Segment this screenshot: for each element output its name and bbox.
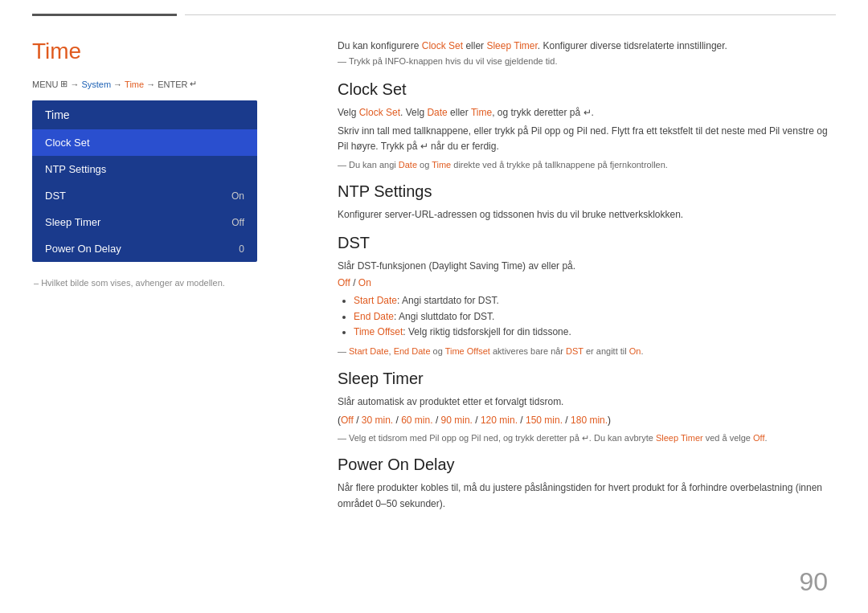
- bc-time[interactable]: Time: [125, 80, 144, 89]
- breadcrumb: MENU ⊞ → System → Time → ENTER ↵: [32, 79, 289, 89]
- section-title-power-on-delay: Power On Delay: [338, 456, 836, 474]
- bc-menu: MENU: [32, 80, 58, 89]
- left-note: – Hvilket bilde som vises, avhenger av m…: [32, 278, 289, 288]
- section-title-sleep-timer: Sleep Timer: [338, 370, 836, 388]
- dst-bullet-time-offset: Time Offset: Velg riktig tidsforskjell f…: [354, 325, 836, 340]
- nav-item-ntp-label: NTP Settings: [45, 163, 106, 175]
- section-title-clock-set: Clock Set: [338, 80, 836, 99]
- dst-bullet-end-date: End Date: Angi sluttdato for DST.: [354, 309, 836, 325]
- bc-arrow2: →: [113, 80, 122, 89]
- nav-item-sleep-value: Off: [231, 217, 244, 228]
- page-number: 90: [799, 567, 828, 597]
- page-title: Time: [32, 39, 289, 64]
- bc-system[interactable]: System: [81, 80, 111, 89]
- dst-bullets: Start Date: Angi startdato for DST. End …: [338, 293, 836, 340]
- nav-item-sleep-timer[interactable]: Sleep Timer Off: [32, 209, 257, 235]
- section-body-power-on-delay: Når flere produkter kobles til, må du ju…: [338, 480, 836, 511]
- top-line-left: [32, 14, 177, 16]
- left-panel: Time MENU ⊞ → System → Time → ENTER ↵ Ti…: [32, 39, 289, 587]
- sleep-timer-options: (Off / 30 min. / 60 min. / 90 min. / 120…: [338, 413, 836, 428]
- nav-item-clock-set[interactable]: Clock Set: [32, 129, 257, 156]
- nav-item-power-on-delay[interactable]: Power On Delay 0: [32, 235, 257, 262]
- nav-item-dst-label: DST: [45, 190, 66, 202]
- nav-item-pod-value: 0: [239, 243, 244, 255]
- intro-sleep-timer-link: Sleep Timer: [486, 40, 537, 51]
- section-body-ntp: Konfigurer server-URL-adressen og tidsso…: [338, 207, 836, 223]
- note-dst: Start Date, End Date og Time Offset akti…: [338, 345, 836, 358]
- nav-item-dst-value: On: [231, 190, 244, 202]
- section-title-ntp: NTP Settings: [338, 182, 836, 201]
- nav-item-ntp-settings[interactable]: NTP Settings: [32, 156, 257, 182]
- nav-item-dst[interactable]: DST On: [32, 182, 257, 209]
- intro-text: Du kan konfigurere Clock Set eller Sleep…: [338, 39, 836, 53]
- bc-arrow1: →: [70, 80, 79, 89]
- top-line-right: [185, 14, 836, 15]
- nav-item-sleep-label: Sleep Timer: [45, 216, 100, 228]
- intro-note: Trykk på INFO-knappen hvis du vil vise g…: [338, 56, 836, 66]
- nav-menu: Time Clock Set NTP Settings DST On Sleep…: [32, 100, 257, 262]
- nav-item-pod-label: Power On Delay: [45, 243, 121, 255]
- nav-header: Time: [32, 100, 257, 129]
- intro-clock-set-link: Clock Set: [422, 40, 463, 51]
- nav-item-clock-set-label: Clock Set: [45, 137, 90, 149]
- bc-enter-icon: ↵: [190, 79, 197, 89]
- section-body-clock-set-2: Skriv inn tall med tallknappene, eller t…: [338, 124, 836, 154]
- right-panel: Du kan konfigurere Clock Set eller Sleep…: [338, 39, 836, 587]
- section-body-sleep-timer: Slår automatisk av produktet etter et fo…: [338, 394, 836, 410]
- dst-bullet-start-date: Start Date: Angi startdato for DST.: [354, 293, 836, 309]
- bc-enter: ENTER: [158, 80, 187, 89]
- section-body-dst: Slår DST-funksjonen (Daylight Saving Tim…: [338, 259, 836, 274]
- bc-menu-icon: ⊞: [60, 79, 68, 89]
- section-body-clock-set-1: Velg Clock Set. Velg Date eller Time, og…: [338, 105, 836, 121]
- note-sleep-timer: Velg et tidsrom med Pil opp og Pil ned, …: [338, 431, 836, 445]
- dst-options: Off / On: [338, 277, 836, 288]
- bc-arrow3: →: [146, 80, 155, 89]
- note-clock-set: Du kan angi Date og Time direkte ved å t…: [338, 158, 836, 172]
- section-title-dst: DST: [338, 234, 836, 252]
